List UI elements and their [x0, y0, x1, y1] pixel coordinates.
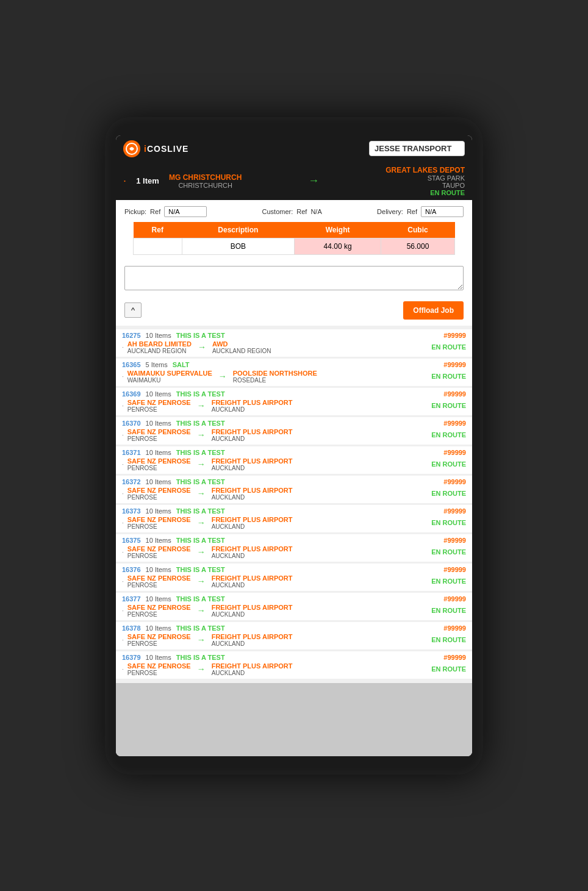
job-bullet: ·	[122, 403, 124, 409]
job-status-badge: EN ROUTE	[431, 431, 466, 438]
job-delivery-sub: AUCKLAND	[212, 435, 293, 442]
job-delivery-name: FREIGHT PLUS AIRPORT	[212, 604, 293, 611]
job-arrow-icon: →	[197, 635, 206, 645]
list-item[interactable]: 16369 10 Items THIS IS A TEST #99999 · S…	[116, 388, 472, 416]
job-pickup-block: WAIMAUKU SUPERVALUE WAIMAUKU	[127, 370, 212, 384]
job-pickup-sub: PENROSE	[127, 494, 191, 501]
grey-area	[116, 683, 472, 756]
table-row: BOB 44.00 kg 56.000	[134, 238, 455, 254]
job-arrow-icon: →	[197, 518, 206, 528]
job-description: THIS IS A TEST	[176, 332, 225, 339]
list-item[interactable]: 16371 10 Items THIS IS A TEST #99999 · S…	[116, 446, 472, 474]
job-description: THIS IS A TEST	[176, 420, 225, 427]
job-pickup-block: AH BEARD LIMITED AUCKLAND REGION	[127, 340, 192, 354]
job-delivery-block: FREIGHT PLUS AIRPORT AUCKLAND	[212, 633, 293, 647]
col-header-weight: Weight	[295, 222, 381, 238]
job-ref: #99999	[443, 332, 466, 339]
job-ref: #99999	[443, 537, 466, 544]
job-items-count: 10 Items	[146, 390, 171, 398]
job-id: 16378	[122, 624, 141, 632]
list-item[interactable]: 16365 5 Items SALT #99999 · WAIMAUKU SUP…	[116, 359, 472, 387]
offload-button[interactable]: Offload Job	[403, 301, 464, 320]
job-description: THIS IS A TEST	[176, 507, 225, 515]
job-top-row: 16379 10 Items THIS IS A TEST #99999	[122, 654, 466, 661]
job-mid-row: · SAFE NZ PENROSE PENROSE → FREIGHT PLUS…	[122, 633, 466, 647]
col-header-ref: Ref	[134, 222, 182, 238]
job-delivery-block: FREIGHT PLUS AIRPORT AUCKLAND	[212, 516, 293, 530]
job-pickup-block: SAFE NZ PENROSE PENROSE	[127, 574, 191, 589]
job-delivery-name: FREIGHT PLUS AIRPORT	[212, 487, 293, 494]
pickup-ref-label: Ref	[150, 208, 160, 215]
job-delivery-block: AWD AUCKLAND REGION	[212, 340, 271, 354]
job-delivery-sub: AUCKLAND	[212, 523, 293, 530]
job-id: 16371	[122, 449, 141, 456]
job-pickup-sub: PENROSE	[127, 670, 191, 676]
app-logo-icon	[123, 140, 140, 157]
job-mid-row: · SAFE NZ PENROSE PENROSE → FREIGHT PLUS…	[122, 516, 466, 530]
ref-row: Pickup: Ref Customer: Ref N/A Delivery: …	[124, 206, 464, 217]
up-button[interactable]: ^	[124, 302, 142, 318]
notes-textarea[interactable]	[124, 266, 464, 290]
job-bullet: ·	[122, 373, 124, 380]
job-bullet: ·	[122, 520, 124, 526]
job-items-count: 10 Items	[146, 420, 171, 427]
job-ref: #99999	[443, 566, 466, 573]
job-pickup-name: SAFE NZ PENROSE	[127, 604, 191, 611]
list-item[interactable]: 16379 10 Items THIS IS A TEST #99999 · S…	[116, 651, 472, 679]
job-id: 16370	[122, 420, 141, 427]
job-delivery-sub: AUCKLAND	[212, 670, 293, 676]
app-logo-text: iCOSLIVE	[144, 144, 188, 154]
job-delivery-block: FREIGHT PLUS AIRPORT AUCKLAND	[212, 604, 293, 618]
company-select[interactable]: JESSE TRANSPORT	[369, 141, 465, 156]
en-route-badge: EN ROUTE	[385, 189, 465, 196]
job-list: 16275 10 Items THIS IS A TEST #99999 · A…	[116, 326, 472, 683]
list-item[interactable]: 16375 10 Items THIS IS A TEST #99999 · S…	[116, 534, 472, 562]
job-description: SALT	[173, 361, 190, 368]
list-item[interactable]: 16373 10 Items THIS IS A TEST #99999 · S…	[116, 505, 472, 533]
cell-description: BOB	[182, 238, 295, 254]
route-arrow-icon: →	[248, 174, 379, 187]
list-item[interactable]: 16376 10 Items THIS IS A TEST #99999 · S…	[116, 564, 472, 592]
job-bullet: ·	[122, 549, 124, 556]
job-arrow-icon: →	[197, 430, 206, 440]
job-items-count: 10 Items	[146, 507, 171, 515]
job-delivery-name: FREIGHT PLUS AIRPORT	[212, 516, 293, 523]
job-status-badge: EN ROUTE	[431, 578, 466, 585]
job-delivery-name: FREIGHT PLUS AIRPORT	[212, 633, 293, 640]
job-pickup-name: AH BEARD LIMITED	[127, 340, 192, 348]
job-delivery-sub: AUCKLAND	[212, 406, 293, 413]
job-top-row: 16375 10 Items THIS IS A TEST #99999	[122, 537, 466, 544]
job-mid-row: · SAFE NZ PENROSE PENROSE → FREIGHT PLUS…	[122, 487, 466, 501]
job-items-count: 10 Items	[146, 332, 171, 339]
job-pickup-sub: PENROSE	[127, 465, 191, 471]
list-item[interactable]: 16377 10 Items THIS IS A TEST #99999 · S…	[116, 593, 472, 621]
job-delivery-sub: ROSEDALE	[233, 377, 317, 384]
job-bullet: ·	[122, 344, 124, 351]
job-delivery-block: FREIGHT PLUS AIRPORT AUCKLAND	[212, 574, 293, 589]
job-pickup-block: SAFE NZ PENROSE PENROSE	[127, 662, 191, 676]
pickup-ref-input[interactable]	[164, 206, 207, 217]
job-ref: #99999	[443, 624, 466, 632]
job-mid-row: · SAFE NZ PENROSE PENROSE → FREIGHT PLUS…	[122, 574, 466, 589]
job-delivery-name: FREIGHT PLUS AIRPORT	[212, 545, 293, 553]
job-ref: #99999	[443, 361, 466, 368]
delivery-block: GREAT LAKES DEPOT STAG PARK TAUPO EN ROU…	[385, 166, 465, 196]
job-pickup-name: SAFE NZ PENROSE	[127, 633, 191, 640]
list-item[interactable]: 16378 10 Items THIS IS A TEST #99999 · S…	[116, 622, 472, 650]
job-delivery-name: FREIGHT PLUS AIRPORT	[212, 662, 293, 670]
list-item[interactable]: 16370 10 Items THIS IS A TEST #99999 · S…	[116, 417, 472, 445]
delivery-ref-group: Delivery: Ref	[377, 206, 464, 217]
delivery-ref-input[interactable]	[421, 206, 464, 217]
list-item[interactable]: 16275 10 Items THIS IS A TEST #99999 · A…	[116, 329, 472, 357]
list-item[interactable]: 16372 10 Items THIS IS A TEST #99999 · S…	[116, 476, 472, 504]
job-status-badge: EN ROUTE	[431, 665, 466, 673]
cell-cubic: 56.000	[381, 238, 455, 254]
job-pickup-block: SAFE NZ PENROSE PENROSE	[127, 516, 191, 530]
job-arrow-icon: →	[218, 371, 227, 381]
job-pickup-name: SAFE NZ PENROSE	[127, 662, 191, 670]
job-id: 16375	[122, 537, 141, 544]
delivery-line3: TAUPO	[385, 182, 465, 189]
job-pickup-block: SAFE NZ PENROSE PENROSE	[127, 487, 191, 501]
job-mid-row: · SAFE NZ PENROSE PENROSE → FREIGHT PLUS…	[122, 428, 466, 442]
action-row: ^ Offload Job	[116, 298, 472, 326]
